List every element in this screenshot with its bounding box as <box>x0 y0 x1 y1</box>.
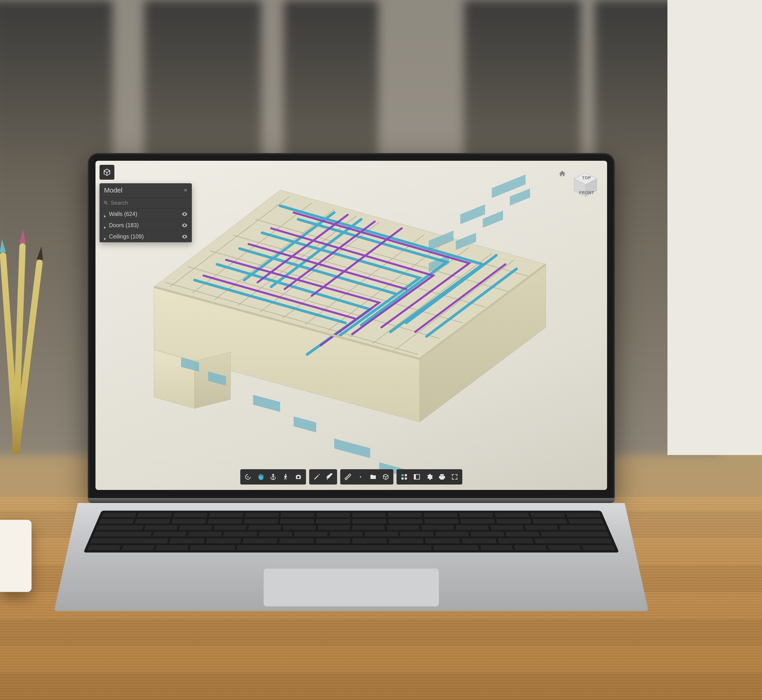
toolbar-group-analyze <box>309 469 337 484</box>
keyboard <box>84 511 619 553</box>
fullscreen-button[interactable] <box>448 470 461 483</box>
laptop-screen-bezel: Model × Walls (624) Doors (183) <box>88 153 615 500</box>
laptop-base <box>54 498 648 525</box>
toolbar-group-nav <box>240 469 306 484</box>
trackpad <box>264 568 439 606</box>
print-button[interactable] <box>436 470 448 483</box>
anchor-button[interactable] <box>267 470 280 483</box>
svg-rect-42 <box>405 474 407 476</box>
svg-rect-46 <box>414 474 416 479</box>
svg-rect-20 <box>510 189 530 206</box>
panel-button[interactable] <box>411 470 423 483</box>
viewcube-face-top[interactable]: TOP <box>582 176 591 180</box>
svg-rect-43 <box>401 478 403 480</box>
markup-button[interactable] <box>311 470 323 483</box>
settings-button[interactable] <box>423 470 436 483</box>
svg-point-39 <box>285 474 286 475</box>
toolbar-group-settings <box>397 469 462 484</box>
caret-icon <box>103 224 107 227</box>
svg-rect-41 <box>401 474 403 476</box>
camera-button[interactable] <box>292 470 304 483</box>
viewcube-button[interactable] <box>379 470 392 483</box>
grid-button[interactable] <box>398 470 411 483</box>
svg-rect-12 <box>334 439 370 458</box>
viewer-app: Model × Walls (624) Doors (183) <box>95 161 607 490</box>
viewer-toolbar <box>240 469 462 484</box>
3d-canvas[interactable] <box>136 174 582 474</box>
walk-button[interactable] <box>280 470 292 483</box>
panel-title: Model <box>104 186 122 194</box>
notebook <box>0 520 31 592</box>
svg-rect-44 <box>405 478 407 480</box>
explode-button[interactable] <box>354 470 367 483</box>
orbit-button[interactable] <box>242 470 254 483</box>
pan-button[interactable] <box>254 470 267 483</box>
pencil-cup <box>0 230 45 455</box>
laptop: Model × Walls (624) Doors (183) <box>54 153 648 525</box>
model-browser-button[interactable] <box>367 470 379 483</box>
svg-rect-15 <box>460 205 485 224</box>
toolbar-group-tools <box>340 469 393 484</box>
svg-rect-10 <box>253 395 280 412</box>
hide-button[interactable] <box>323 470 336 483</box>
caret-icon <box>103 212 107 216</box>
svg-rect-19 <box>483 211 503 228</box>
building-model <box>136 174 582 474</box>
svg-point-40 <box>360 476 361 477</box>
caret-icon <box>103 235 107 238</box>
svg-point-38 <box>247 476 248 477</box>
search-icon <box>103 201 108 205</box>
cube-icon <box>103 168 111 177</box>
app-home-button[interactable] <box>100 165 114 180</box>
svg-rect-11 <box>294 417 316 433</box>
measure-button[interactable] <box>342 470 354 483</box>
